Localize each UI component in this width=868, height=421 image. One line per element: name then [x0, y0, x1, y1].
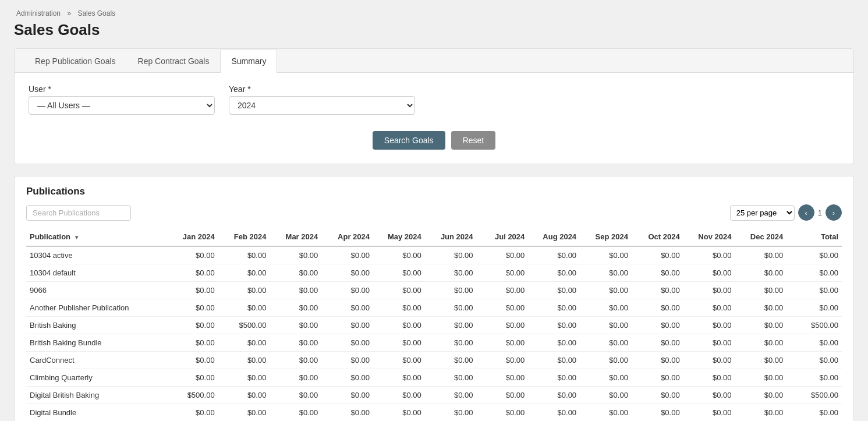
- cell-value: $0.00: [166, 317, 218, 334]
- cell-value: $0.00: [373, 282, 425, 299]
- cell-value: $0.00: [683, 282, 735, 299]
- cell-value: $0.00: [477, 264, 529, 282]
- col-publication[interactable]: Publication ▼: [26, 228, 166, 246]
- cell-value: $0.00: [218, 404, 270, 422]
- search-publications-input[interactable]: [26, 205, 131, 221]
- sort-arrow-publication: ▼: [74, 234, 80, 240]
- table-row: CardConnect$0.00$0.00$0.00$0.00$0.00$0.0…: [26, 352, 842, 369]
- cell-value: $0.00: [321, 317, 373, 334]
- year-label: Year *: [229, 84, 415, 94]
- cell-value: $0.00: [166, 299, 218, 317]
- cell-value: $0.00: [683, 264, 735, 282]
- cell-value: $0.00: [528, 334, 580, 352]
- cell-value: $0.00: [477, 317, 529, 334]
- cell-publication-name: British Baking: [26, 317, 166, 334]
- cell-value: $0.00: [683, 404, 735, 422]
- cell-value: $0.00: [218, 387, 270, 404]
- cell-value: $0.00: [218, 282, 270, 299]
- tab-rep-publication-goals[interactable]: Rep Publication Goals: [24, 49, 127, 73]
- cell-value: $0.00: [528, 352, 580, 369]
- cell-value: $0.00: [321, 369, 373, 387]
- col-mar: Mar 2024: [270, 228, 321, 246]
- cell-value: $0.00: [528, 299, 580, 317]
- col-jul: Jul 2024: [477, 228, 529, 246]
- cell-value: $500.00: [218, 317, 270, 334]
- cell-value: $0.00: [270, 299, 321, 317]
- cell-publication-name: Another Publisher Publication: [26, 299, 166, 317]
- cell-value: $0.00: [270, 246, 321, 264]
- cell-value: $0.00: [786, 264, 842, 282]
- cell-value: $0.00: [528, 282, 580, 299]
- tab-summary[interactable]: Summary: [220, 49, 277, 73]
- cell-value: $0.00: [735, 299, 786, 317]
- cell-value: $0.00: [735, 317, 786, 334]
- cell-value: $0.00: [632, 387, 683, 404]
- cell-value: $0.00: [580, 282, 632, 299]
- cell-value: $0.00: [580, 387, 632, 404]
- cell-value: $0.00: [683, 387, 735, 404]
- cell-value: $0.00: [166, 404, 218, 422]
- cell-value: $0.00: [786, 369, 842, 387]
- cell-value: $0.00: [321, 282, 373, 299]
- cell-value: $0.00: [373, 264, 425, 282]
- cell-value: $0.00: [166, 352, 218, 369]
- cell-value: $0.00: [166, 334, 218, 352]
- cell-publication-name: 9066: [26, 282, 166, 299]
- cell-value: $0.00: [425, 282, 477, 299]
- cell-value: $0.00: [580, 369, 632, 387]
- table-row: 10304 default$0.00$0.00$0.00$0.00$0.00$0…: [26, 264, 842, 282]
- tabs-card: Rep Publication Goals Rep Contract Goals…: [14, 48, 854, 164]
- cell-value: $0.00: [683, 352, 735, 369]
- prev-page-button[interactable]: ‹: [798, 204, 814, 221]
- cell-value: $0.00: [632, 334, 683, 352]
- cell-value: $0.00: [425, 246, 477, 264]
- cell-value: $0.00: [321, 299, 373, 317]
- cell-value: $0.00: [735, 246, 786, 264]
- col-jan: Jan 2024: [166, 228, 218, 246]
- user-select[interactable]: — All Users —: [29, 96, 215, 115]
- cell-value: $0.00: [632, 299, 683, 317]
- cell-value: $0.00: [425, 387, 477, 404]
- cell-value: $0.00: [528, 317, 580, 334]
- cell-value: $0.00: [683, 369, 735, 387]
- cell-value: $0.00: [270, 369, 321, 387]
- form-row: User * — All Users — Year * 2023 2024 20…: [29, 84, 839, 115]
- table-row: British Baking Bundle$0.00$0.00$0.00$0.0…: [26, 334, 842, 352]
- year-select[interactable]: 2023 2024 2025: [229, 96, 415, 115]
- cell-value: $0.00: [632, 352, 683, 369]
- cell-value: $0.00: [218, 264, 270, 282]
- next-page-button[interactable]: ›: [826, 204, 842, 221]
- tab-rep-contract-goals[interactable]: Rep Contract Goals: [127, 49, 221, 73]
- cell-value: $0.00: [270, 404, 321, 422]
- breadcrumb-separator: »: [67, 9, 71, 17]
- cell-value: $0.00: [580, 246, 632, 264]
- cell-value: $0.00: [270, 282, 321, 299]
- cell-value: $0.00: [218, 352, 270, 369]
- cell-value: $500.00: [786, 317, 842, 334]
- table-row: Another Publisher Publication$0.00$0.00$…: [26, 299, 842, 317]
- col-jun: Jun 2024: [425, 228, 477, 246]
- cell-value: $0.00: [321, 387, 373, 404]
- user-form-group: User * — All Users —: [29, 84, 215, 115]
- cell-value: $0.00: [477, 387, 529, 404]
- cell-value: $0.00: [425, 334, 477, 352]
- cell-value: $0.00: [373, 369, 425, 387]
- cell-value: $0.00: [425, 352, 477, 369]
- button-row: Search Goals Reset: [29, 124, 839, 152]
- tab-content-summary: User * — All Users — Year * 2023 2024 20…: [15, 73, 853, 164]
- cell-value: $0.00: [218, 299, 270, 317]
- cell-value: $0.00: [321, 334, 373, 352]
- tab-bar: Rep Publication Goals Rep Contract Goals…: [15, 49, 853, 73]
- cell-value: $0.00: [373, 299, 425, 317]
- cell-value: $0.00: [683, 334, 735, 352]
- per-page-select[interactable]: 25 per page 50 per page 100 per page: [730, 205, 795, 221]
- reset-button[interactable]: Reset: [451, 131, 496, 150]
- cell-value: $0.00: [735, 352, 786, 369]
- col-oct: Oct 2024: [632, 228, 683, 246]
- cell-value: $0.00: [735, 334, 786, 352]
- cell-value: $0.00: [321, 352, 373, 369]
- search-goals-button[interactable]: Search Goals: [373, 131, 445, 150]
- cell-value: $0.00: [425, 404, 477, 422]
- cell-value: $0.00: [786, 282, 842, 299]
- cell-value: $0.00: [218, 369, 270, 387]
